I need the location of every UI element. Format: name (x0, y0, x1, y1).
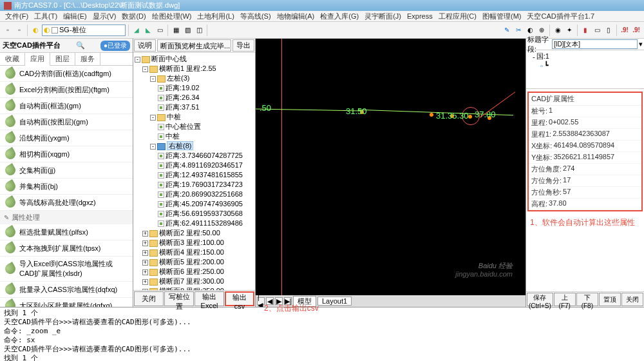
right-action-button[interactable]: 上(F7) (554, 293, 576, 306)
tree-node[interactable]: 距离:26.34 (135, 93, 254, 102)
tree-action-button[interactable]: 写桩位置 (164, 291, 194, 306)
export-button[interactable]: 导出 (232, 39, 254, 52)
toggle-icon[interactable]: + (142, 269, 148, 275)
sidebar-tab[interactable]: 应用 (25, 53, 50, 66)
tool-icon[interactable]: ✦ (564, 25, 574, 35)
open-icon[interactable]: ▫ (14, 25, 24, 35)
command-line[interactable]: 找到 1 个 天空CAD插件平台>>>请框选要查看的CAD图形(可多选)... … (0, 307, 644, 361)
tool-icon[interactable]: ✎ (502, 25, 512, 35)
tool-icon[interactable]: ✂ (513, 25, 524, 35)
menu-item[interactable]: 编辑(E) (61, 12, 90, 21)
toggle-icon[interactable]: - (150, 144, 156, 150)
tree-node[interactable]: +横断面6 里程:250.00 (135, 267, 254, 277)
toggle-icon[interactable]: - (135, 57, 140, 63)
right-action-button[interactable]: 保存(Ctrl+S) (527, 293, 553, 306)
sidebar-item[interactable]: 批量录入CASS宗地属性(dqfxq) (0, 282, 133, 298)
right-action-button[interactable]: 关闭 (621, 293, 643, 306)
sidebar-item[interactable]: 并集构面(bj) (0, 179, 133, 195)
sidebar-item[interactable]: CAD分割剖面(框选)(cadftgm) (0, 66, 133, 82)
menu-item[interactable]: 图幅管理(M) (480, 12, 524, 21)
toggle-icon[interactable]: + (142, 250, 148, 256)
sidebar-item[interactable]: 等高线标高批处理(dgxz) (0, 195, 133, 211)
tree-node[interactable]: +横断面7 里程:300.00 (135, 277, 254, 286)
tree-node[interactable]: 距离:12.493748161585​5 (135, 170, 254, 180)
tool-icon[interactable]: ▯ (603, 25, 614, 35)
menu-item[interactable]: Express (404, 12, 435, 20)
sidebar-item[interactable]: 文本拖拽到扩展属性(tpsx) (0, 240, 133, 257)
toggle-icon[interactable]: + (142, 279, 148, 285)
explain-button[interactable]: 说明 (134, 39, 156, 52)
tool-icon[interactable]: ◢ (131, 25, 142, 35)
menu-item[interactable]: 检查入库(G) (317, 12, 361, 21)
dropdown-icon[interactable]: ▾ (639, 40, 643, 48)
layout-tab[interactable]: Layout1 (317, 297, 352, 306)
menu-item[interactable]: 等高线(S) (238, 12, 274, 21)
bulb-icon[interactable]: ◐ (30, 25, 41, 35)
tool-icon[interactable]: ▧ (182, 25, 193, 35)
sidebar-item[interactable]: 自动构面(按图层)(gm) (0, 114, 133, 130)
sidebar-tab[interactable]: 服务 (75, 53, 100, 65)
section-tree[interactable]: -断面中心线-横断面1 里程:2.55-左桩(3)距离:19.02距离:26.3… (133, 53, 255, 290)
menu-item[interactable]: 土地利用(L) (194, 12, 236, 21)
tool-icon[interactable]: ◉ (553, 25, 563, 35)
collapse-icon[interactable]: - (533, 53, 535, 61)
tree-node[interactable]: 距离:19.02 (135, 83, 254, 93)
tree-node[interactable]: 距离:4.8911692034651​7 (135, 161, 254, 170)
tree-action-button[interactable]: 关闭 (134, 291, 164, 306)
sidebar-item[interactable]: 框选批量赋属性(plfsx) (0, 224, 133, 240)
field-input[interactable] (552, 39, 638, 49)
tool-icon[interactable]: ▭ (592, 25, 602, 35)
tree-node[interactable]: 距离:56.691959373056​8 (135, 209, 254, 219)
tool-icon[interactable]: ▮ (580, 25, 591, 35)
toggle-icon[interactable]: + (142, 240, 148, 246)
menu-item[interactable]: 显示(V) (90, 12, 119, 21)
drawing-canvas[interactable]: .5031.5031.35.3037.80 Baidu 经验 jingyan.b… (256, 39, 526, 307)
sidebar-item[interactable]: 沿线构面(yxgm) (0, 130, 133, 146)
menu-item[interactable]: 工具(T) (32, 12, 60, 21)
menu-item[interactable]: 灵宇断面(J) (362, 12, 404, 21)
tool-icon[interactable]: ◫ (194, 25, 204, 35)
toggle-icon[interactable]: + (142, 231, 148, 237)
id-tree[interactable]: -国:1 ▫┗ (526, 50, 644, 89)
tree-node[interactable]: +横断面3 里程:100.00 (135, 238, 254, 248)
sidebar-section[interactable]: ✎属性处理 (0, 211, 133, 224)
layer-combo[interactable]: ◐ SG-桩位 (42, 24, 126, 36)
tool-icon[interactable]: ▭ (155, 25, 165, 35)
menu-item[interactable]: 文件(F) (3, 12, 31, 21)
new-icon[interactable]: ▫ (3, 25, 13, 35)
tree-node[interactable]: -断面中心线 (135, 54, 254, 64)
toggle-icon[interactable]: - (150, 115, 156, 121)
sidebar-item[interactable]: Excel分割构面(按图层)(ftgm) (0, 82, 133, 98)
tool-icon[interactable]: .9! (631, 25, 641, 35)
tool-icon[interactable]: ⊕ (536, 25, 547, 35)
tree-action-button[interactable]: 输出csv (225, 291, 254, 306)
sidebar-item[interactable]: 大区到小区批量赋属性(dqfxq) (0, 298, 133, 307)
toggle-icon[interactable]: - (150, 76, 156, 82)
tool-icon[interactable]: ◐ (525, 25, 535, 35)
sidebar-item[interactable]: 导入Excel到CASS宗地属性或CAD扩展属性(xlsdr) (0, 257, 133, 282)
right-action-button[interactable]: 置顶 (599, 293, 621, 306)
tree-action-button[interactable]: 输出Excel (194, 291, 224, 306)
search-icon[interactable]: 🔍 (76, 41, 85, 50)
tree-node[interactable]: 距离:62.491115328948​6 (135, 219, 254, 228)
tree-node[interactable]: +横断面2 里程:50.00 (135, 228, 254, 238)
menu-item[interactable]: 绘图处理(W) (149, 12, 194, 21)
menu-item[interactable]: 工程应用(C) (436, 12, 479, 21)
sidebar-tab[interactable]: 图层 (50, 53, 75, 65)
tree-node[interactable]: 距离:20.869903225166​8 (135, 190, 254, 199)
tree-node[interactable]: +横断面5 里程:200.00 (135, 257, 254, 267)
tree-node[interactable]: -左桩(3) (135, 73, 254, 83)
tree-node[interactable]: 中心桩位置 (135, 122, 254, 132)
login-badge[interactable]: ●已登录 (100, 41, 130, 51)
sidebar-item[interactable]: 交集构面(jj) (0, 162, 133, 179)
toggle-icon[interactable]: - (142, 66, 148, 72)
right-action-button[interactable]: 下(F8) (576, 293, 598, 306)
sidebar-tab[interactable]: 收藏 (0, 53, 25, 65)
tree-node[interactable]: 距离:3.7346607428772​5 (135, 151, 254, 161)
tree-node[interactable]: 中桩 (135, 132, 254, 141)
tool-icon[interactable]: ◣ (143, 25, 153, 35)
menu-item[interactable]: 天空CAD插件平台1.7 (524, 12, 597, 21)
toggle-icon[interactable]: + (142, 260, 148, 266)
tree-node[interactable]: -中桩 (135, 112, 254, 122)
menu-item[interactable]: 地物编辑(A) (274, 12, 317, 21)
